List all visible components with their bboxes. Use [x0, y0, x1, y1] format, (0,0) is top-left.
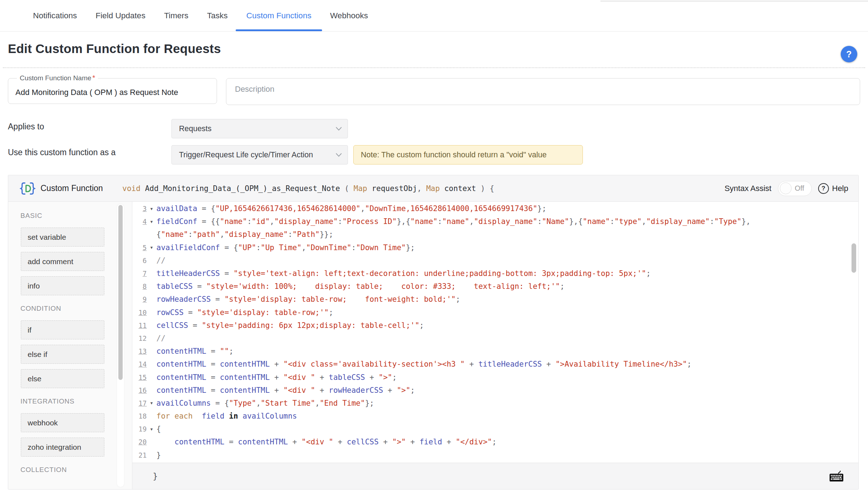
section-title-basic: BASIC	[20, 212, 132, 220]
code-line[interactable]: 16contentHTML = contentHTML + "<div " + …	[132, 384, 858, 397]
line-number[interactable]: 21	[132, 451, 147, 459]
fold-toggle-icon[interactable]: ▾	[147, 245, 156, 250]
top-tabs: NotificationsField UpdatesTimersTasksCus…	[0, 0, 868, 32]
code-text: availFieldConf = {"UP":"Up Time","DownTi…	[156, 243, 415, 252]
snippet-info[interactable]: info	[21, 276, 104, 295]
chevron-down-icon	[336, 127, 342, 131]
tab-tasks[interactable]: Tasks	[207, 0, 228, 31]
editor-body: BASICset variableadd commentinfoCONDITIO…	[8, 202, 858, 489]
snippet-else[interactable]: else	[21, 369, 104, 388]
code-line[interactable]: 15contentHTML = contentHTML + "<div " + …	[132, 371, 858, 383]
code-text: rowHeaderCSS = "style='display: table-ro…	[156, 295, 460, 304]
line-number[interactable]: 11	[132, 321, 147, 329]
code-line[interactable]: 4▾fieldConf = {{"name":"id","display_nam…	[132, 215, 858, 228]
code-line[interactable]: 17▾availColumns = {"Type","Start Time","…	[132, 397, 858, 410]
tab-field-updates[interactable]: Field Updates	[96, 0, 146, 31]
void-return-note: Note: The custom function should return …	[353, 145, 583, 164]
code-line[interactable]: 14contentHTML = contentHTML + "<div clas…	[132, 358, 858, 371]
applies-to-select[interactable]: Requests	[171, 119, 348, 138]
tab-custom-functions[interactable]: Custom Functions	[246, 0, 311, 31]
code-line[interactable]: 13contentHTML = "";	[132, 345, 858, 358]
line-number[interactable]: 5	[132, 244, 147, 252]
snippet-zoho-integration[interactable]: zoho integration	[21, 438, 104, 457]
code-line[interactable]: 18for each field in availColumns	[132, 410, 858, 423]
code-line[interactable]: 12//	[132, 332, 858, 345]
code-text: rowCSS = "style='display: table-row;'";	[156, 308, 333, 317]
tab-webhooks[interactable]: Webhooks	[330, 0, 368, 31]
snippet-set-variable[interactable]: set variable	[21, 228, 104, 247]
custom-function-name-input[interactable]	[8, 78, 217, 104]
line-number[interactable]: 3	[132, 205, 147, 213]
description-input[interactable]	[226, 78, 860, 105]
description-field[interactable]	[226, 78, 860, 105]
applies-to-value: Requests	[179, 124, 212, 133]
tab-notifications[interactable]: Notifications	[33, 0, 77, 31]
snippet-add-comment[interactable]: add comment	[21, 252, 104, 271]
code-line[interactable]: 8tableCSS = "style='width: 100%; display…	[132, 280, 858, 293]
code-line[interactable]: 11cellCSS = "style='padding: 6px 12px;di…	[132, 319, 858, 332]
custom-function-editor-page: NotificationsField UpdatesTimersTasksCus…	[0, 0, 868, 496]
line-number[interactable]: 12	[132, 334, 147, 342]
page-help-button[interactable]: ?	[841, 46, 857, 62]
snippet-webhook[interactable]: webhook	[21, 413, 104, 432]
code-line[interactable]: 19▾{	[132, 423, 858, 435]
code-line[interactable]: 7titleHeaderCSS = "style='text-align: le…	[132, 267, 858, 280]
line-number[interactable]: 6	[132, 257, 147, 264]
code-line[interactable]: 3▾availData = {"UP,1654626617436,1654628…	[132, 202, 858, 215]
use-as-value: Trigger/Request Life cycle/Timer Action	[179, 151, 313, 159]
code-area[interactable]: 3▾availData = {"UP,1654626617436,1654628…	[132, 202, 858, 489]
fold-toggle-icon[interactable]: ▾	[147, 206, 156, 211]
code-text: cellCSS = "style='padding: 6px 12px;disp…	[156, 321, 424, 330]
line-number[interactable]: 10	[132, 309, 147, 316]
editor-header: Custom Function void Add_Monitoring_Data…	[8, 175, 858, 202]
sidebar-scrollbar-thumb[interactable]	[118, 205, 123, 380]
required-asterisk: *	[93, 74, 95, 82]
function-signature: void Add_Monitoring_Data_(_OPM_)_as_Requ…	[122, 184, 717, 193]
editor-help-button[interactable]: ? Help	[818, 183, 848, 194]
line-number[interactable]: 8	[132, 282, 147, 290]
code-line[interactable]: {"name":"path","display_name":"Path"}};	[132, 228, 858, 241]
syntax-assist-toggle[interactable]: Off	[778, 181, 812, 196]
tab-timers[interactable]: Timers	[164, 0, 188, 31]
custom-function-name-field[interactable]: Custom Function Name*	[8, 78, 217, 104]
line-number[interactable]: 19	[132, 425, 147, 433]
fold-toggle-icon[interactable]: ▾	[147, 219, 156, 224]
fold-toggle-icon[interactable]: ▾	[147, 426, 156, 432]
keyboard-icon[interactable]	[829, 470, 844, 482]
snippet-if[interactable]: if	[21, 320, 104, 339]
code-text: fieldConf = {{"name":"id","display_name"…	[156, 217, 750, 226]
code-line[interactable]: 10rowCSS = "style='display: table-row;'"…	[132, 306, 858, 319]
code-text: //	[156, 334, 165, 343]
snippet-else-if[interactable]: else if	[21, 345, 104, 364]
line-number[interactable]: 15	[132, 373, 147, 381]
code-line[interactable]: 9rowHeaderCSS = "style='display: table-r…	[132, 293, 858, 306]
code-line[interactable]: 6//	[132, 254, 858, 267]
line-number[interactable]: 20	[132, 438, 147, 446]
sidebar-scrollbar[interactable]	[117, 204, 124, 487]
applies-to-label: Applies to	[8, 122, 44, 132]
code-text: availData = {"UP,1654626617436,165462861…	[156, 204, 546, 213]
line-number[interactable]: 16	[132, 386, 147, 394]
fold-toggle-icon[interactable]: ▾	[147, 400, 156, 406]
line-number[interactable]: 17	[132, 399, 147, 407]
code-line[interactable]: 5▾availFieldConf = {"UP":"Up Time","Down…	[132, 241, 858, 254]
line-number[interactable]: 9	[132, 295, 147, 303]
editor-scrollbar[interactable]	[851, 202, 858, 463]
line-number[interactable]: 7	[132, 270, 147, 277]
code-text: contentHTML = "";	[156, 347, 233, 356]
use-as-select[interactable]: Trigger/Request Life cycle/Timer Action	[171, 145, 348, 164]
line-number[interactable]: 18	[132, 412, 147, 420]
editor-scrollbar-thumb[interactable]	[852, 243, 856, 273]
line-number[interactable]: 4	[132, 218, 147, 225]
use-as-label: Use this custom function as a	[8, 148, 115, 157]
code-text: contentHTML = contentHTML + "<div " + ro…	[156, 386, 415, 395]
line-number[interactable]: 13	[132, 347, 147, 355]
code-line[interactable]: 21}	[132, 449, 858, 462]
line-number[interactable]: 14	[132, 360, 147, 368]
code-lines: 3▾availData = {"UP,1654626617436,1654628…	[132, 202, 858, 463]
editor-controls: Syntax Assist Off ? Help	[725, 181, 848, 196]
code-line[interactable]: 20 contentHTML = contentHTML + "<div " +…	[132, 435, 858, 448]
question-circle-icon: ?	[818, 183, 829, 194]
code-text: contentHTML = contentHTML + "<div class=…	[156, 360, 692, 368]
editor-help-label: Help	[832, 184, 848, 193]
